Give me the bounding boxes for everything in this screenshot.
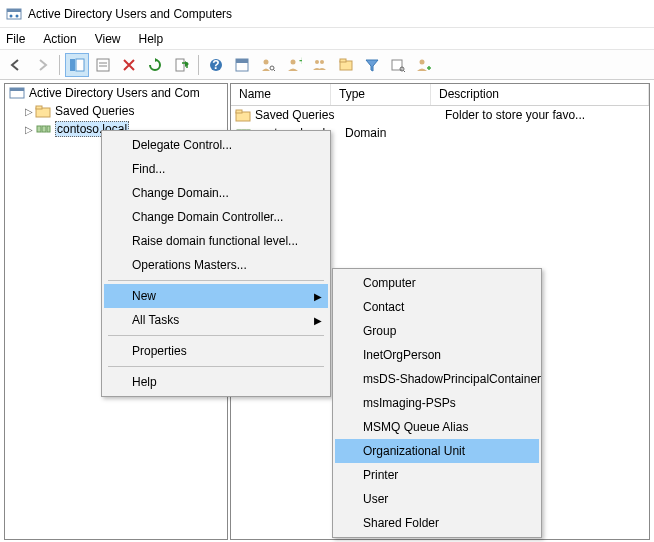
- svg-point-14: [264, 59, 269, 64]
- cell-desc: Folder to store your favo...: [437, 108, 649, 122]
- app-icon: [6, 6, 22, 22]
- context-menu-domain[interactable]: Delegate Control... Find... Change Domai…: [101, 130, 331, 397]
- svg-line-25: [404, 70, 406, 72]
- svg-rect-32: [42, 126, 46, 132]
- svg-rect-4: [70, 59, 75, 71]
- svg-point-3: [16, 14, 19, 17]
- menu-new-group[interactable]: Group: [335, 319, 539, 343]
- list-header: Name Type Description: [231, 84, 649, 106]
- refresh-button[interactable]: [143, 53, 167, 77]
- menu-file[interactable]: File: [6, 32, 25, 46]
- add-user-button[interactable]: +: [282, 53, 306, 77]
- add-ou-button[interactable]: [334, 53, 358, 77]
- menu-help[interactable]: Help: [139, 32, 164, 46]
- menu-action[interactable]: Action: [43, 32, 76, 46]
- search-button[interactable]: [386, 53, 410, 77]
- menu-new-contact[interactable]: Contact: [335, 295, 539, 319]
- menu-all-tasks[interactable]: All Tasks▶: [104, 308, 328, 332]
- menu-new-msmq[interactable]: MSMQ Queue Alias: [335, 415, 539, 439]
- svg-point-17: [291, 59, 296, 64]
- menu-find[interactable]: Find...: [104, 157, 328, 181]
- menu-operations-masters[interactable]: Operations Masters...: [104, 253, 328, 277]
- menu-new-user[interactable]: User: [335, 487, 539, 511]
- svg-text:+: +: [299, 57, 302, 68]
- add-group-button[interactable]: [308, 53, 332, 77]
- titlebar: Active Directory Users and Computers: [0, 0, 654, 28]
- column-description[interactable]: Description: [431, 84, 649, 105]
- expand-icon[interactable]: ▷: [23, 124, 35, 135]
- menu-help[interactable]: Help: [104, 370, 328, 394]
- svg-rect-30: [36, 106, 42, 109]
- tree-root[interactable]: Active Directory Users and Com: [5, 84, 227, 102]
- list-row[interactable]: Saved Queries Folder to store your favo.…: [231, 106, 649, 124]
- properties-button[interactable]: [230, 53, 254, 77]
- menu-new-msds-shadow[interactable]: msDS-ShadowPrincipalContainer: [335, 367, 539, 391]
- menu-properties[interactable]: Properties: [104, 339, 328, 363]
- svg-point-19: [315, 60, 319, 64]
- tree-saved-queries[interactable]: ▷ Saved Queries: [5, 102, 227, 120]
- menu-change-domain[interactable]: Change Domain...: [104, 181, 328, 205]
- aduc-icon: [9, 85, 25, 101]
- menu-new-printer[interactable]: Printer: [335, 463, 539, 487]
- find-users-button[interactable]: [256, 53, 280, 77]
- menu-separator: [108, 280, 324, 281]
- svg-rect-33: [47, 126, 50, 132]
- menu-new-inetorgperson[interactable]: InetOrgPerson: [335, 343, 539, 367]
- delete-button[interactable]: [117, 53, 141, 77]
- menu-view[interactable]: View: [95, 32, 121, 46]
- expand-icon[interactable]: ▷: [23, 106, 35, 117]
- menu-raise-level[interactable]: Raise domain functional level...: [104, 229, 328, 253]
- svg-rect-35: [236, 110, 242, 113]
- menu-new-msimaging[interactable]: msImaging-PSPs: [335, 391, 539, 415]
- cell-type: Domain: [337, 126, 437, 140]
- show-tree-button[interactable]: [65, 53, 89, 77]
- window-title: Active Directory Users and Computers: [28, 7, 232, 21]
- menubar: File Action View Help: [0, 28, 654, 50]
- svg-rect-5: [76, 59, 84, 71]
- svg-point-26: [420, 59, 425, 64]
- submenu-arrow-icon: ▶: [314, 315, 322, 326]
- menu-change-dc[interactable]: Change Domain Controller...: [104, 205, 328, 229]
- svg-text:?: ?: [212, 58, 219, 72]
- toolbar: ? +: [0, 50, 654, 80]
- domain-icon: [35, 121, 51, 137]
- menu-new-ou[interactable]: Organizational Unit: [335, 439, 539, 463]
- submenu-arrow-icon: ▶: [314, 291, 322, 302]
- help-button[interactable]: ?: [204, 53, 228, 77]
- toolbar-separator: [59, 55, 60, 75]
- menu-delegate-control[interactable]: Delegate Control...: [104, 133, 328, 157]
- details-button[interactable]: [91, 53, 115, 77]
- svg-point-2: [10, 14, 13, 17]
- forward-button[interactable]: [30, 53, 54, 77]
- back-button[interactable]: [4, 53, 28, 77]
- svg-rect-1: [7, 9, 21, 12]
- column-type[interactable]: Type: [331, 84, 431, 105]
- svg-rect-13: [236, 59, 248, 63]
- menu-separator: [108, 335, 324, 336]
- svg-point-15: [270, 66, 274, 70]
- context-menu-new[interactable]: Computer Contact Group InetOrgPerson msD…: [332, 268, 542, 538]
- folder-icon: [235, 107, 251, 123]
- cell-name: Saved Queries: [255, 108, 337, 122]
- svg-rect-28: [10, 88, 24, 91]
- menu-new-shared-folder[interactable]: Shared Folder: [335, 511, 539, 535]
- svg-point-20: [320, 60, 324, 64]
- tree-root-label: Active Directory Users and Com: [29, 86, 200, 100]
- menu-new[interactable]: New▶: [104, 284, 328, 308]
- tree-item-label: Saved Queries: [55, 104, 134, 118]
- svg-rect-31: [37, 126, 41, 132]
- svg-rect-9: [176, 59, 184, 71]
- menu-separator: [108, 366, 324, 367]
- svg-rect-6: [97, 59, 109, 71]
- menu-new-computer[interactable]: Computer: [335, 271, 539, 295]
- folder-icon: [35, 103, 51, 119]
- svg-rect-22: [340, 59, 346, 62]
- toolbar-separator: [198, 55, 199, 75]
- svg-line-16: [274, 69, 276, 71]
- column-name[interactable]: Name: [231, 84, 331, 105]
- add-to-group-button[interactable]: [412, 53, 436, 77]
- filter-button[interactable]: [360, 53, 384, 77]
- export-button[interactable]: [169, 53, 193, 77]
